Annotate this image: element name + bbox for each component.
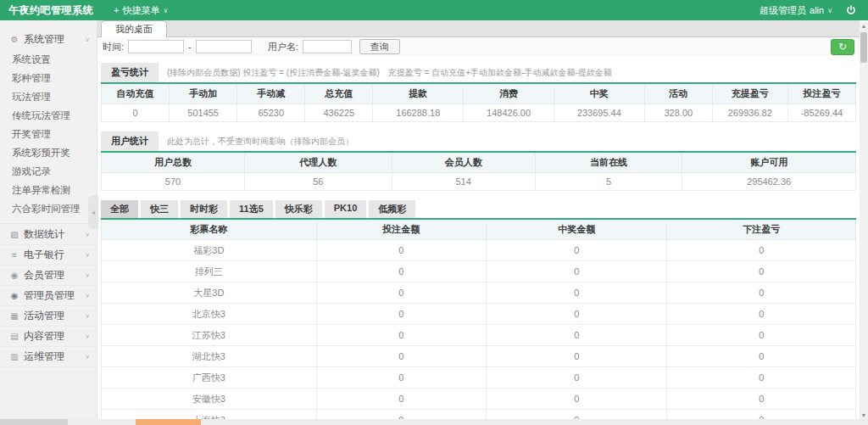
tab-strip: 我的桌面 xyxy=(97,20,860,37)
horizontal-scrollbar-thumb-left[interactable] xyxy=(0,419,68,425)
query-button[interactable]: 查询 xyxy=(359,39,400,54)
tab-low-freq[interactable]: 低频彩 xyxy=(369,200,415,218)
tab-my-desktop[interactable]: 我的桌面 xyxy=(101,20,167,37)
vertical-scrollbar[interactable]: ▲ ▼ xyxy=(860,22,868,419)
admin-icon: ◉ xyxy=(8,291,20,300)
chevron-down-icon: ∨ xyxy=(85,353,90,361)
table-row: 广西快3000 xyxy=(102,367,856,389)
cell-value: 北京快3 xyxy=(102,304,317,325)
sidebar-item-bet-anomaly[interactable]: 注单异常检测 xyxy=(0,181,97,199)
sidebar-item-play-method[interactable]: 玩法管理 xyxy=(0,87,97,106)
app-window: 午夜约吧管理系统 + 快捷菜单 ∨ 超级管理员 alin ∨ ⚙ 系统管理 ∨ … xyxy=(0,0,868,425)
chevron-down-icon: ∨ xyxy=(85,333,90,340)
quick-menu-label: 快捷菜单 xyxy=(122,4,159,17)
column-header: 自动充值 xyxy=(102,83,170,104)
range-separator: - xyxy=(188,42,192,52)
sidebar-item-pre-draw[interactable]: 系统彩预开奖 xyxy=(0,143,97,162)
bank-list-icon: ≡ xyxy=(8,250,20,260)
cell-value: 0 xyxy=(667,325,856,346)
cell-value: 0 xyxy=(316,367,486,389)
tab-kuaisan[interactable]: 快三 xyxy=(141,200,178,218)
user-stats-table: 用户总数 代理人数 会员人数 当前在线 账户可用 570 56 514 5 29… xyxy=(101,151,856,191)
cell-value: 166288.18 xyxy=(373,104,464,122)
sidebar-item-traditional-play[interactable]: 传统玩法管理 xyxy=(0,106,97,125)
user-name: alin xyxy=(810,5,824,15)
sidebar-group-label: 数据统计 xyxy=(24,227,64,242)
time-to-input[interactable] xyxy=(196,40,252,53)
tab-kuailecai[interactable]: 快乐彩 xyxy=(275,200,322,218)
refresh-button[interactable]: ↻ xyxy=(831,39,854,55)
table-row: 0 501455 65230 436225 166288.18 148426.0… xyxy=(102,104,856,122)
tab-11x5[interactable]: 11选5 xyxy=(230,200,273,218)
cell-value: 0 xyxy=(316,261,486,282)
tab-pk10[interactable]: PK10 xyxy=(325,200,367,218)
sidebar-group-label: 会员管理 xyxy=(24,268,64,282)
lottery-panel: 全部 快三 时时彩 11选5 快乐彩 PK10 低频彩 彩票名称 投注金额 中奖… xyxy=(101,200,856,419)
sidebar-group-label: 内容管理 xyxy=(24,329,64,344)
table-row: 上海快3000 xyxy=(102,410,856,420)
cell-value: 广西快3 xyxy=(102,367,317,389)
column-header: 中奖金额 xyxy=(486,219,667,240)
sidebar-group-ops[interactable]: ▥ 运维管理 ∨ xyxy=(0,350,97,367)
cell-value: 0 xyxy=(316,325,486,346)
cell-value: 56 xyxy=(245,173,392,191)
sidebar-group-statistics[interactable]: ▧ 数据统计 ∨ xyxy=(0,227,97,245)
sidebar-group-ebank[interactable]: ≡ 电子银行 ∨ xyxy=(0,248,97,266)
tab-all[interactable]: 全部 xyxy=(101,200,138,218)
cell-value: 0 xyxy=(486,346,667,367)
plus-icon: + xyxy=(114,5,119,15)
column-header: 手动减 xyxy=(237,83,305,104)
vertical-scrollbar-thumb[interactable] xyxy=(860,32,867,63)
sidebar-item-lottery-type[interactable]: 彩种管理 xyxy=(0,69,97,87)
table-row: 大星3D000 xyxy=(102,282,856,304)
sidebar-collapse-handle[interactable]: ◂ xyxy=(88,195,98,229)
quick-menu-button[interactable]: + 快捷菜单 ∨ xyxy=(105,0,176,20)
sidebar-item-mark6-time[interactable]: 六合彩时间管理 xyxy=(0,199,97,218)
table-row: 湖北快3000 xyxy=(102,346,856,367)
horizontal-scrollbar[interactable] xyxy=(0,419,868,425)
sidebar-item-system-settings[interactable]: 系统设置 xyxy=(0,50,97,69)
main-content: 我的桌面 时间: - 用户名: 查询 ↻ 盈亏统计 (排除内部会员数据) 投注盈… xyxy=(97,20,860,419)
sidebar-group-content[interactable]: ▤ 内容管理 ∨ xyxy=(0,329,97,347)
sidebar-group-admins[interactable]: ◉ 管理员管理 ∨ xyxy=(0,288,97,306)
scroll-up-icon[interactable]: ▲ xyxy=(860,23,868,29)
cell-value: 0 xyxy=(486,304,667,325)
user-stats-panel: 用户统计 此处为总计，不受查询时间影响（排除内部会员） 用户总数 代理人数 会员… xyxy=(101,131,856,191)
username-input[interactable] xyxy=(303,40,352,53)
sidebar-group-members[interactable]: ◉ 会员管理 ∨ xyxy=(0,268,97,286)
sidebar-group-label: 电子银行 xyxy=(24,248,64,262)
table-row: 排列三000 xyxy=(102,261,856,282)
time-from-input[interactable] xyxy=(128,40,184,53)
table-header-row: 用户总数 代理人数 会员人数 当前在线 账户可用 xyxy=(102,152,856,173)
logout-power-icon[interactable] xyxy=(846,5,856,15)
cell-value: 328.00 xyxy=(644,104,712,122)
cell-value: 0 xyxy=(486,410,667,420)
sidebar-group-system[interactable]: ⚙ 系统管理 ∨ xyxy=(0,31,97,48)
cell-value: -85269.44 xyxy=(787,104,855,122)
cell-value: 0 xyxy=(667,240,856,261)
horizontal-scrollbar-thumb[interactable] xyxy=(136,419,201,425)
chevron-down-icon: ∨ xyxy=(163,7,168,14)
profit-panel-note: (排除内部会员数据) 投注盈亏 = (投注消费金额-返奖金额) 充提盈亏 = 自… xyxy=(167,67,612,82)
cell-value: 269936.82 xyxy=(712,104,787,122)
sidebar-item-game-records[interactable]: 游戏记录 xyxy=(0,162,97,181)
cell-value: 0 xyxy=(316,346,486,367)
cell-value: 0 xyxy=(667,304,856,325)
tab-shishicai[interactable]: 时时彩 xyxy=(181,200,227,218)
column-header: 当前在线 xyxy=(535,152,682,173)
sidebar-item-draw-manage[interactable]: 开奖管理 xyxy=(0,125,97,143)
cell-value: 0 xyxy=(486,282,667,304)
sidebar-group-label: 管理员管理 xyxy=(24,288,75,303)
column-header: 代理人数 xyxy=(245,152,392,173)
sidebar-group-label: 系统管理 xyxy=(24,32,64,47)
cell-value: 上海快3 xyxy=(102,410,317,420)
cell-value: 501455 xyxy=(170,104,237,122)
cell-value: 436225 xyxy=(305,104,373,122)
column-header: 中奖 xyxy=(554,83,644,104)
chevron-down-icon: ∨ xyxy=(85,271,90,279)
user-role: 超级管理员 xyxy=(760,4,806,17)
column-header: 下注盈亏 xyxy=(667,219,856,240)
user-menu[interactable]: 超级管理员 alin ∨ xyxy=(760,4,832,17)
scroll-down-icon[interactable]: ▼ xyxy=(860,412,868,418)
sidebar-group-activities[interactable]: ▦ 活动管理 ∨ xyxy=(0,309,97,327)
